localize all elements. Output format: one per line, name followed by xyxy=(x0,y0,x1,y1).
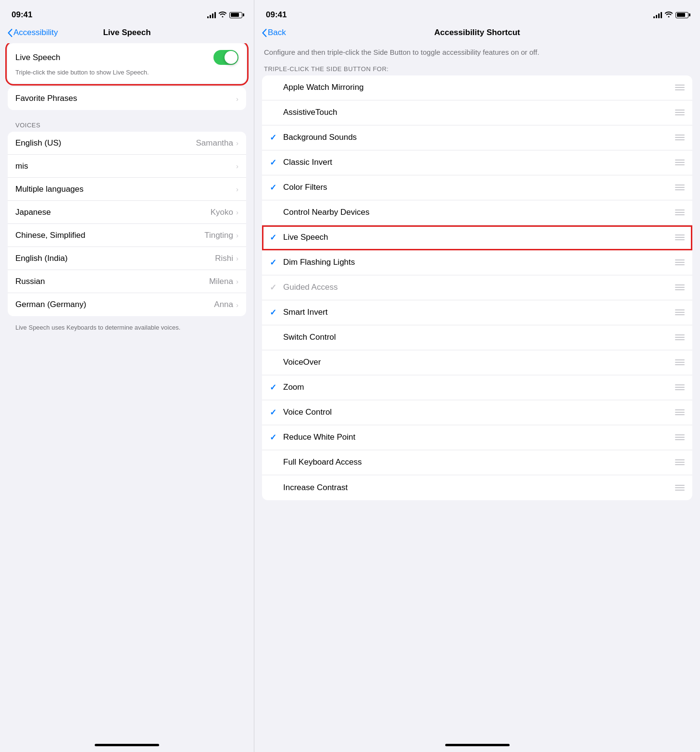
shortcut-label-11: VoiceOver xyxy=(283,358,675,367)
shortcut-row-9[interactable]: ✓ Smart Invert xyxy=(262,300,692,325)
drag-handle-5[interactable] xyxy=(675,210,685,215)
check-icon-9: ✓ xyxy=(270,308,281,318)
home-bar xyxy=(95,744,159,746)
drag-handle-16[interactable] xyxy=(675,485,685,491)
voice-row-5[interactable]: English (India) Rishi › xyxy=(8,247,246,270)
shortcut-label-16: Increase Contrast xyxy=(283,483,675,493)
shortcut-label-15: Full Keyboard Access xyxy=(283,457,675,467)
drag-handle-15[interactable] xyxy=(675,459,685,465)
favorite-phrases-right: › xyxy=(236,95,238,103)
shortcut-label-0: Apple Watch Mirroring xyxy=(283,83,675,92)
voice-right-5: Rishi › xyxy=(215,254,238,263)
voice-label-1: mis xyxy=(15,161,28,171)
shortcut-row-13[interactable]: ✓ Voice Control xyxy=(262,400,692,425)
check-icon-13: ✓ xyxy=(270,407,281,418)
shortcut-row-3[interactable]: ✓ Classic Invert xyxy=(262,150,692,175)
check-icon-8: ✓ xyxy=(270,283,281,293)
voice-name-6: Milena xyxy=(209,277,233,286)
live-speech-toggle[interactable] xyxy=(213,50,238,65)
check-icon-7: ✓ xyxy=(270,258,281,268)
drag-handle-11[interactable] xyxy=(675,359,685,365)
shortcut-row-4[interactable]: ✓ Color Filters xyxy=(262,175,692,200)
voice-row-4[interactable]: Chinese, Simplified Tingting › xyxy=(8,224,246,247)
voice-row-1[interactable]: mis › xyxy=(8,155,246,178)
drag-handle-10[interactable] xyxy=(675,334,685,340)
shortcut-row-live-speech[interactable]: ✓ Live Speech xyxy=(262,225,692,250)
drag-handle-4[interactable] xyxy=(675,185,685,190)
drag-handle-13[interactable] xyxy=(675,409,685,415)
left-status-icons xyxy=(207,11,242,19)
right-nav-header: Back Accessibility Shortcut xyxy=(254,26,700,43)
chevron-icon-0: › xyxy=(236,139,238,147)
voice-name-4: Tingting xyxy=(204,231,233,240)
right-status-icons xyxy=(653,11,688,19)
shortcut-label-3: Classic Invert xyxy=(283,158,675,167)
right-panel: 09:41 Ba xyxy=(254,0,700,752)
voice-row-2[interactable]: Multiple languages › xyxy=(8,178,246,201)
drag-handle-8[interactable] xyxy=(675,284,685,290)
signal-icon xyxy=(207,12,216,18)
voice-row-3[interactable]: Japanese Kyoko › xyxy=(8,201,246,224)
favorite-phrases-card: Favorite Phrases › xyxy=(8,87,246,110)
left-content: Live Speech Triple-click the side button… xyxy=(0,43,254,738)
voice-right-0: Samantha › xyxy=(196,138,239,148)
shortcut-row-10[interactable]: Switch Control xyxy=(262,325,692,350)
drag-handle-0[interactable] xyxy=(675,85,685,90)
check-icon-12: ✓ xyxy=(270,382,281,393)
shortcut-row-12[interactable]: ✓ Zoom xyxy=(262,375,692,400)
shortcut-label-13: Voice Control xyxy=(283,407,675,417)
shortcut-row-1[interactable]: AssistiveTouch xyxy=(262,100,692,125)
shortcut-row-7[interactable]: ✓ Dim Flashing Lights xyxy=(262,250,692,275)
right-wifi-icon xyxy=(665,11,673,19)
wifi-icon xyxy=(219,11,226,19)
drag-handle-14[interactable] xyxy=(675,434,685,440)
shortcut-row-0[interactable]: Apple Watch Mirroring xyxy=(262,75,692,100)
left-panel: 09:41 Ac xyxy=(0,0,254,752)
right-signal-icon xyxy=(653,12,662,18)
voice-row-7[interactable]: German (Germany) Anna › xyxy=(8,293,246,316)
favorite-phrases-row[interactable]: Favorite Phrases › xyxy=(8,87,246,110)
voice-right-1: › xyxy=(236,162,238,170)
right-home-indicator xyxy=(254,738,700,752)
shortcut-label-14: Reduce White Point xyxy=(283,432,675,442)
chevron-icon: › xyxy=(236,95,238,103)
drag-handle-1[interactable] xyxy=(675,110,685,115)
chevron-icon-1: › xyxy=(236,162,238,170)
voice-label-0: English (US) xyxy=(15,138,61,148)
voice-right-4: Tingting › xyxy=(204,231,238,240)
voice-label-3: Japanese xyxy=(15,208,51,217)
left-status-bar: 09:41 xyxy=(0,0,254,26)
left-home-indicator xyxy=(0,738,254,752)
chevron-icon-4: › xyxy=(236,231,238,239)
live-speech-sub: Triple-click the side button to show Liv… xyxy=(15,69,149,76)
shortcut-row-15[interactable]: Full Keyboard Access xyxy=(262,450,692,475)
right-status-bar: 09:41 xyxy=(254,0,700,26)
check-icon-2: ✓ xyxy=(270,133,281,143)
right-back-button[interactable]: Back xyxy=(262,28,286,37)
voices-footer-note: Live Speech uses Keyboards to determine … xyxy=(8,320,246,335)
check-icon-live-speech: ✓ xyxy=(270,233,281,243)
live-speech-toggle-card: Live Speech Triple-click the side button… xyxy=(8,43,246,83)
shortcut-row-14[interactable]: ✓ Reduce White Point xyxy=(262,425,692,450)
voice-right-3: Kyoko › xyxy=(211,208,238,217)
shortcut-row-2[interactable]: ✓ Background Sounds xyxy=(262,125,692,150)
shortcut-row-16[interactable]: Increase Contrast xyxy=(262,475,692,500)
voice-row-6[interactable]: Russian Milena › xyxy=(8,270,246,293)
drag-handle-12[interactable] xyxy=(675,384,685,390)
voice-name-3: Kyoko xyxy=(211,208,233,217)
right-description: Configure and then triple-click the Side… xyxy=(254,43,700,65)
shortcut-label-9: Smart Invert xyxy=(283,308,675,317)
shortcut-row-8[interactable]: ✓ Guided Access xyxy=(262,275,692,300)
drag-handle-7[interactable] xyxy=(675,259,685,265)
drag-handle-9[interactable] xyxy=(675,309,685,315)
left-back-button[interactable]: Accessibility xyxy=(8,28,58,37)
drag-handle-3[interactable] xyxy=(675,160,685,165)
chevron-icon-3: › xyxy=(236,208,238,216)
voice-name-5: Rishi xyxy=(215,254,233,263)
drag-handle-2[interactable] xyxy=(675,135,685,140)
shortcut-row-11[interactable]: VoiceOver xyxy=(262,350,692,375)
drag-handle-live-speech[interactable] xyxy=(675,234,685,240)
shortcut-row-5[interactable]: Control Nearby Devices xyxy=(262,200,692,225)
voice-row-0[interactable]: English (US) Samantha › xyxy=(8,132,246,155)
right-back-label: Back xyxy=(268,28,286,37)
